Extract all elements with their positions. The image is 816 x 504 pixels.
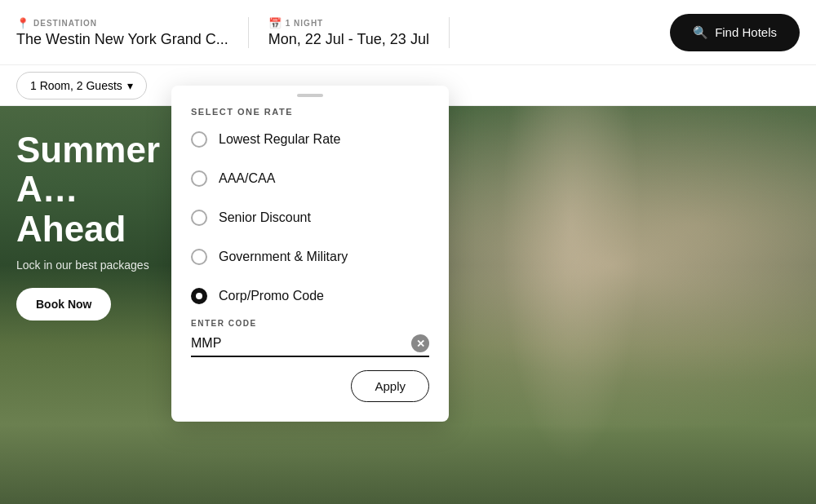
search-icon: 🔍 — [693, 25, 708, 40]
calendar-icon: 📅 — [268, 17, 282, 29]
rate-dropdown: SELECT ONE RATE Lowest Regular Rate AAA/… — [171, 86, 449, 422]
radio-gov[interactable] — [191, 249, 207, 265]
page-header: 📍 DESTINATION The Westin New York Grand … — [0, 0, 816, 65]
book-now-button[interactable]: Book Now — [16, 288, 111, 321]
code-entry-label: ENTER CODE — [191, 319, 429, 328]
rate-label-lowest: Lowest Regular Rate — [219, 132, 340, 147]
pin-icon: 📍 — [16, 17, 30, 29]
code-input-row: ✕ — [191, 334, 429, 357]
nights-label: 📅 1 NIGHT — [268, 17, 429, 29]
hero-title: Summer A…Ahead — [16, 130, 180, 249]
promo-code-input[interactable] — [191, 336, 405, 351]
rate-label-aaa: AAA/CAA — [219, 171, 275, 186]
dates-value: Mon, 22 Jul - Tue, 23 Jul — [268, 31, 429, 48]
hero-person — [490, 106, 653, 504]
rate-option-senior[interactable]: Senior Discount — [171, 198, 449, 237]
destination-section: 📍 DESTINATION The Westin New York Grand … — [16, 17, 249, 48]
clear-code-button[interactable]: ✕ — [411, 334, 429, 352]
rate-label-senior: Senior Discount — [219, 210, 311, 225]
destination-label: 📍 DESTINATION — [16, 17, 228, 29]
dates-section: 📅 1 NIGHT Mon, 22 Jul - Tue, 23 Jul — [249, 17, 450, 48]
destination-value: The Westin New York Grand C... — [16, 31, 228, 48]
chevron-down-icon: ▾ — [127, 79, 133, 92]
close-icon: ✕ — [416, 338, 425, 349]
handle-bar — [297, 94, 323, 97]
rate-option-aaa[interactable]: AAA/CAA — [171, 159, 449, 198]
rate-option-gov[interactable]: Government & Military — [171, 237, 449, 276]
hero-subtitle: Lock in our best packages — [16, 259, 180, 272]
dropdown-handle — [171, 86, 449, 100]
rate-option-lowest[interactable]: Lowest Regular Rate — [171, 120, 449, 159]
apply-row: Apply — [171, 357, 449, 402]
code-entry-section: ENTER CODE ✕ — [171, 316, 449, 357]
hero-text-block: Summer A…Ahead Lock in our best packages… — [16, 130, 180, 321]
radio-aaa[interactable] — [191, 170, 207, 187]
radio-senior[interactable] — [191, 210, 207, 226]
apply-button[interactable]: Apply — [351, 370, 429, 402]
rate-label-gov: Government & Military — [219, 250, 348, 264]
rooms-guests-button[interactable]: 1 Room, 2 Guests ▾ — [16, 72, 147, 99]
find-hotels-button[interactable]: 🔍 Find Hotels — [670, 14, 800, 51]
rate-label-corp: Corp/Promo Code — [219, 289, 324, 303]
radio-lowest[interactable] — [191, 131, 207, 148]
radio-corp[interactable] — [191, 288, 207, 304]
rate-option-corp[interactable]: Corp/Promo Code — [171, 276, 449, 316]
rate-section-label: SELECT ONE RATE — [171, 100, 449, 120]
